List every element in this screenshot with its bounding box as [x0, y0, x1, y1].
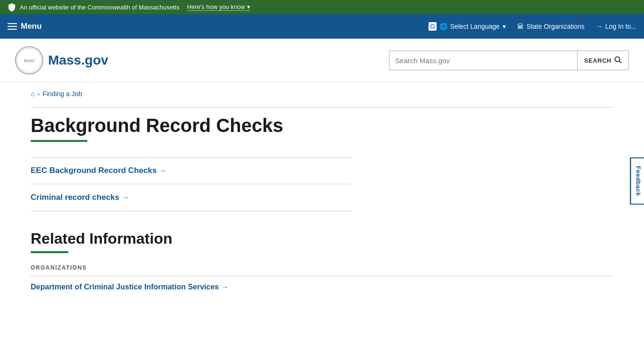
select-language-button[interactable]: G 🌐 Select Language ▾ [429, 22, 506, 31]
nav-right-items: G 🌐 Select Language ▾ 🏛 State Organizati… [429, 22, 636, 31]
related-underline [31, 251, 68, 253]
site-name: Mass.gov [48, 53, 108, 68]
related-section: Related Information ORGANIZATIONS Depart… [31, 230, 613, 291]
page-title: Background Record Checks [31, 115, 613, 136]
list-item: EEC Background Record Checks → [31, 157, 351, 184]
dcjis-label: Department of Criminal Justice Informati… [31, 283, 219, 291]
logo-link[interactable]: MASS Mass.gov [15, 46, 108, 74]
how-you-know-toggle[interactable]: Here's how you know ▾ [187, 3, 250, 11]
svg-point-3 [615, 57, 620, 61]
search-input[interactable] [389, 50, 578, 70]
official-website-text: An official website of the Commonwealth … [20, 4, 180, 11]
svg-text:MASS: MASS [24, 59, 34, 63]
org-divider [31, 276, 613, 276]
feedback-button[interactable]: Feedback [630, 157, 644, 205]
search-icon [614, 56, 622, 65]
eec-background-link[interactable]: EEC Background Record Checks → [31, 166, 351, 175]
globe-icon: 🌐 [439, 23, 447, 30]
related-title: Related Information [31, 230, 613, 247]
logo-search-bar: MASS Mass.gov SEARCH [0, 39, 644, 82]
language-chevron-icon: ▾ [503, 23, 506, 30]
list-item: Department of Criminal Justice Informati… [31, 283, 613, 291]
list-item: Criminal record checks → [31, 184, 351, 211]
search-label: SEARCH [584, 57, 611, 64]
criminal-record-link[interactable]: Criminal record checks → [31, 193, 351, 202]
arrow-icon: → [159, 167, 166, 174]
links-section: EEC Background Record Checks → Criminal … [31, 157, 351, 211]
menu-button[interactable]: Menu [8, 22, 41, 31]
main-nav: Menu G 🌐 Select Language ▾ 🏛 State Organ… [0, 14, 644, 39]
breadcrumb-divider [31, 107, 613, 107]
breadcrumb: ⌂ › Finding a Job [31, 90, 613, 98]
eec-background-label: EEC Background Record Checks [31, 166, 157, 175]
hamburger-icon [8, 23, 17, 30]
top-banner: An official website of the Commonwealth … [0, 0, 644, 14]
search-button[interactable]: SEARCH [578, 50, 629, 70]
dcjis-link[interactable]: Department of Criminal Justice Informati… [31, 283, 613, 291]
chevron-down-icon: ▾ [247, 3, 250, 10]
breadcrumb-separator: › [37, 90, 40, 98]
svg-line-4 [619, 61, 622, 63]
google-translate-icon: G [429, 22, 437, 31]
login-icon: → [596, 23, 603, 30]
arrow-icon: → [222, 283, 228, 291]
search-area: SEARCH [389, 50, 629, 70]
building-icon: 🏛 [517, 23, 524, 30]
shield-icon [8, 3, 16, 11]
breadcrumb-home-link[interactable]: ⌂ [31, 90, 34, 98]
main-content: ⌂ › Finding a Job Background Record Chec… [16, 82, 628, 310]
login-button[interactable]: → Log In to... [596, 23, 636, 30]
arrow-icon: → [122, 194, 129, 201]
organizations-label: ORGANIZATIONS [31, 264, 613, 271]
criminal-record-label: Criminal record checks [31, 193, 119, 202]
home-icon: ⌂ [31, 90, 34, 98]
title-underline [31, 140, 87, 142]
breadcrumb-parent-link[interactable]: Finding a Job [42, 90, 82, 98]
state-organizations-button[interactable]: 🏛 State Organizations [517, 23, 585, 30]
mass-seal: MASS [15, 46, 43, 74]
